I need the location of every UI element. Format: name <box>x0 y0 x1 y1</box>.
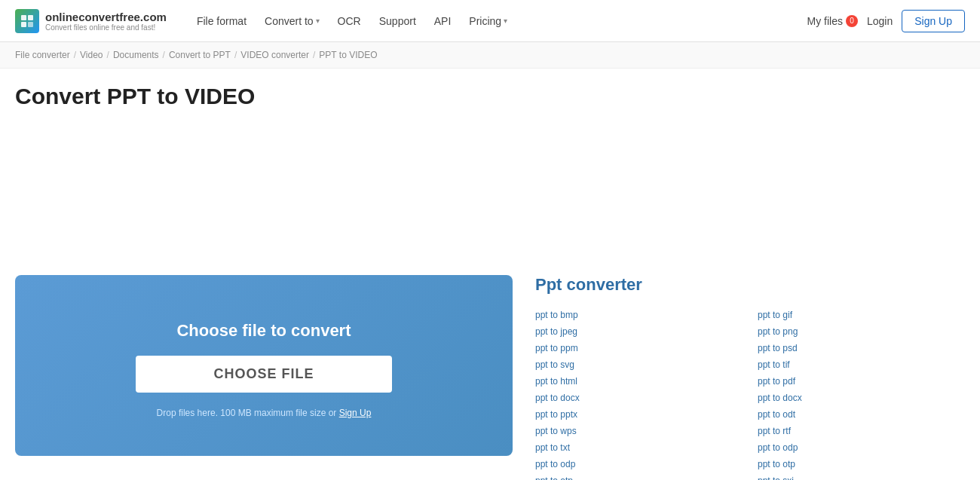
breadcrumb-sep: / <box>313 50 315 60</box>
ppt-converter-link[interactable]: ppt to psd <box>758 341 965 355</box>
my-files-badge: 0 <box>846 15 858 27</box>
ppt-converter-link[interactable]: ppt to wps <box>535 424 743 438</box>
ppt-converter-link[interactable]: ppt to docx <box>535 391 743 405</box>
ppt-converter-link[interactable]: ppt to tif <box>758 358 965 371</box>
chevron-down-icon: ▾ <box>316 17 320 25</box>
breadcrumb-video[interactable]: Video <box>80 50 103 60</box>
ppt-converter-link[interactable]: ppt to svg <box>535 358 743 371</box>
ppt-converter-link[interactable]: ppt to sxi <box>758 474 965 480</box>
ppt-sidebar: Ppt converter ppt to bmpppt to gifppt to… <box>535 275 965 480</box>
svg-rect-1 <box>28 15 33 20</box>
logo-text: onlineconvertfree.com Convert files onli… <box>45 11 167 32</box>
nav-convert-to[interactable]: Convert to ▾ <box>257 11 327 32</box>
header-left: onlineconvertfree.com Convert files onli… <box>15 9 515 33</box>
upload-box: Choose file to convert CHOOSE FILE Drop … <box>15 275 513 456</box>
ppt-converter-link[interactable]: ppt to ppm <box>535 341 743 355</box>
header-right: My files 0 Login Sign Up <box>807 10 965 32</box>
ppt-converter-link[interactable]: ppt to html <box>535 375 743 388</box>
chevron-down-icon: ▾ <box>504 17 507 25</box>
upload-title: Choose file to convert <box>176 321 351 341</box>
ppt-converter-link[interactable]: ppt to rtf <box>758 424 965 438</box>
nav-support[interactable]: Support <box>372 11 424 32</box>
ppt-converter-link[interactable]: ppt to odt <box>758 408 965 421</box>
breadcrumb-convert-to-ppt[interactable]: Convert to PPT <box>169 50 231 60</box>
ppt-converter-link[interactable]: ppt to png <box>758 325 965 338</box>
signup-button[interactable]: Sign Up <box>902 10 965 32</box>
my-files-button[interactable]: My files 0 <box>807 15 857 27</box>
breadcrumb-sep: / <box>234 50 237 60</box>
ppt-converter-link[interactable]: ppt to gif <box>758 308 965 322</box>
header: onlineconvertfree.com Convert files onli… <box>0 0 980 42</box>
drop-text: Drop files here. 100 MB maximum file siz… <box>157 408 372 418</box>
breadcrumb-sep: / <box>163 50 165 60</box>
sign-up-link[interactable]: Sign Up <box>339 408 372 418</box>
svg-rect-2 <box>21 22 26 27</box>
nav-ocr[interactable]: OCR <box>330 11 369 32</box>
ppt-converter-link[interactable]: ppt to otp <box>758 457 965 471</box>
choose-file-button[interactable]: CHOOSE FILE <box>136 356 392 393</box>
login-button[interactable]: Login <box>867 15 893 27</box>
ppt-converter-link[interactable]: ppt to pptx <box>535 408 743 421</box>
ppt-converter-link[interactable]: ppt to odp <box>535 457 743 471</box>
breadcrumb: File converter / Video / Documents / Con… <box>0 42 980 69</box>
ppt-sidebar-title: Ppt converter <box>535 275 965 295</box>
logo-sub: Convert files online free and fast! <box>45 23 167 32</box>
my-files-label: My files <box>807 15 842 27</box>
ppt-converter-link[interactable]: ppt to docx <box>758 391 965 405</box>
nav-api[interactable]: API <box>427 11 459 32</box>
ppt-links-grid: ppt to bmpppt to gifppt to jpegppt to pn… <box>535 308 965 480</box>
logo[interactable]: onlineconvertfree.com Convert files onli… <box>15 9 167 33</box>
breadcrumb-sep: / <box>107 50 109 60</box>
breadcrumb-file-converter[interactable]: File converter <box>15 50 70 60</box>
main-content: Convert PPT to VIDEO Choose file to conv… <box>0 69 980 480</box>
ppt-converter-link[interactable]: ppt to otp <box>535 474 743 480</box>
ppt-converter-link[interactable]: ppt to jpeg <box>535 325 743 338</box>
logo-icon <box>15 9 39 33</box>
page-title: Convert PPT to VIDEO <box>15 84 965 109</box>
breadcrumb-documents[interactable]: Documents <box>113 50 159 60</box>
svg-rect-3 <box>28 22 33 27</box>
breadcrumb-current: PPT to VIDEO <box>319 50 377 60</box>
converter-section: Choose file to convert CHOOSE FILE Drop … <box>15 275 965 480</box>
nav-file-format[interactable]: File format <box>189 11 254 32</box>
ppt-converter-link[interactable]: ppt to txt <box>535 441 743 454</box>
ppt-converter-link[interactable]: ppt to bmp <box>535 308 743 322</box>
nav-pricing[interactable]: Pricing ▾ <box>461 11 515 32</box>
ppt-converter-link[interactable]: ppt to pdf <box>758 375 965 388</box>
ad-area <box>15 124 965 260</box>
logo-name: onlineconvertfree.com <box>45 11 167 23</box>
breadcrumb-sep: / <box>74 50 76 60</box>
main-nav: File format Convert to ▾ OCR Support API… <box>189 11 515 32</box>
svg-rect-0 <box>21 15 26 20</box>
breadcrumb-video-converter[interactable]: VIDEO converter <box>240 50 309 60</box>
ppt-converter-link[interactable]: ppt to odp <box>758 441 965 454</box>
